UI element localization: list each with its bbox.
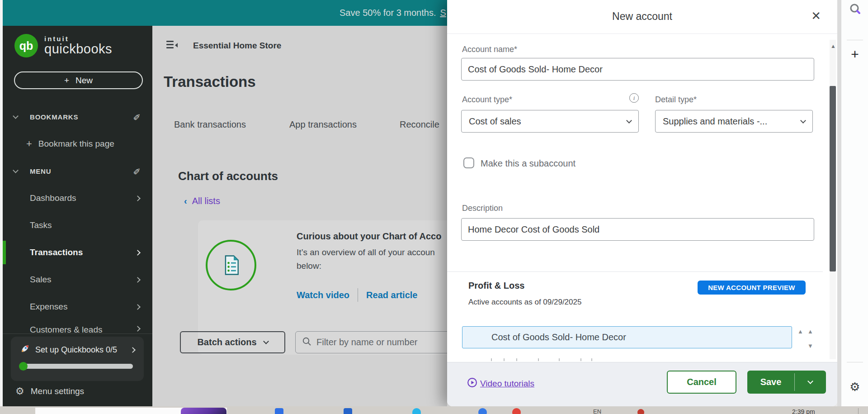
menu-settings[interactable]: ⚙ Menu settings — [15, 385, 84, 397]
chevron-down-icon — [13, 167, 19, 173]
taskbar-app-icon-blue[interactable] — [344, 408, 352, 414]
chevron-right-icon — [135, 195, 141, 201]
account-type-dropdown[interactable]: Cost of sales — [461, 110, 639, 133]
sidebar-item-sales[interactable]: Sales — [3, 271, 152, 289]
taskbar-app-icon-red-circle[interactable] — [512, 408, 521, 414]
link-divider — [358, 288, 358, 302]
subaccount-checkbox[interactable] — [463, 157, 474, 168]
search-icon — [302, 337, 312, 348]
section-title: Chart of accounts — [178, 169, 278, 183]
accounts-list-icon — [206, 240, 256, 290]
batch-actions-button[interactable]: Batch actions — [180, 331, 285, 353]
taskbar-app-icon-blue[interactable] — [275, 408, 283, 414]
setup-progress-bar — [20, 364, 133, 369]
edit-pencil-icon[interactable]: ✎ — [133, 166, 141, 176]
sidebar: qb intuit quickbooks + New BOOKMARKS ✎ +… — [3, 26, 152, 406]
detail-type-label: Detail type* — [655, 95, 697, 105]
page-scroll-gutter — [837, 0, 841, 406]
chevron-right-icon — [135, 277, 141, 283]
active-accounts-subtitle: Active accounts as of 09/29/2025 — [468, 298, 581, 307]
menu-section-header[interactable]: MENU ✎ — [3, 162, 152, 180]
info-icon[interactable]: i — [629, 93, 639, 103]
preview-highlighted-row: Cost of Goods Sold- Home Decor — [462, 326, 792, 348]
brand-quickbooks: quickbooks — [44, 42, 112, 57]
read-article-link[interactable]: Read article — [366, 290, 417, 300]
info-card-title: Curious about your Chart of Acco — [297, 231, 441, 242]
add-icon[interactable]: + — [841, 47, 868, 62]
taskbar-app-icon-purple[interactable] — [181, 408, 226, 414]
chevron-right-icon — [135, 326, 141, 332]
taskbar-app-icon-cyan[interactable] — [412, 408, 421, 414]
bookmarks-section-header[interactable]: BOOKMARKS ✎ — [3, 108, 152, 126]
main-content: Essential Home Store Transactions Bank t… — [152, 26, 447, 406]
collapse-sidebar-icon[interactable] — [166, 41, 177, 49]
preview-partial-row — [462, 355, 792, 361]
search-icon[interactable] — [849, 3, 862, 18]
chevron-right-icon — [130, 347, 136, 353]
tab-app-transactions[interactable]: App transactions — [289, 119, 357, 130]
taskbar-app-icon-blue-circle[interactable] — [478, 408, 487, 414]
all-lists-back-link[interactable]: ‹ All lists — [184, 195, 220, 206]
progress-indicator — [19, 362, 28, 371]
tab-reconcile[interactable]: Reconcile — [400, 119, 439, 130]
screen: Save 50% for 3 months.S qb intuit quickb… — [0, 0, 868, 414]
new-account-preview-badge: NEW ACCOUNT PREVIEW — [698, 281, 806, 295]
account-name-label: Account name* — [462, 45, 517, 54]
filter-input[interactable] — [316, 337, 447, 347]
edit-pencil-icon[interactable]: ✎ — [133, 111, 141, 122]
close-icon[interactable]: ✕ — [811, 9, 821, 23]
account-type-label: Account type* — [462, 95, 512, 105]
scroll-up-arrow-icon[interactable]: ▲ — [797, 328, 803, 335]
chevron-down-icon — [807, 378, 813, 384]
taskbar-language-indicator[interactable]: EN — [593, 408, 601, 414]
taskbar: EN 2:39 pm — [0, 406, 868, 414]
video-tutorials-link[interactable]: Video tutorials — [467, 377, 534, 390]
sidebar-item-transactions[interactable]: Transactions — [3, 243, 152, 262]
plus-icon: + — [64, 76, 69, 86]
taskbar-tray-icon-red[interactable] — [637, 409, 644, 414]
chevron-down-icon — [800, 118, 806, 124]
quickbooks-logo[interactable]: qb intuit quickbooks — [14, 34, 112, 57]
detail-type-dropdown[interactable]: Supplies and materials -... — [655, 110, 813, 133]
save-options-button[interactable] — [795, 371, 826, 394]
scrollbar-up-arrow[interactable]: ▲ — [830, 43, 836, 49]
sidebar-item-customers[interactable]: Customers & leads — [3, 325, 152, 333]
save-split-button: Save — [747, 371, 826, 394]
chevron-left-icon: ‹ — [184, 196, 187, 206]
new-account-drawer: New account ✕ Account name* Account type… — [447, 0, 837, 406]
rail-divider — [847, 362, 863, 362]
qb-logo-icon: qb — [14, 34, 38, 57]
watch-video-link[interactable]: Watch video — [297, 290, 349, 300]
info-card-line1: It’s an overview of all of your accoun — [297, 247, 435, 257]
extension-rail: + ⚙ — [841, 0, 868, 406]
filter-input-wrapper — [295, 331, 447, 353]
setup-quickbooks-card[interactable]: Set up Quickbooks 0/5 — [11, 337, 144, 381]
promo-link-fragment[interactable]: S — [440, 8, 446, 18]
chevron-down-icon — [626, 118, 632, 124]
save-button[interactable]: Save — [747, 371, 794, 394]
company-name[interactable]: Essential Home Store — [193, 41, 281, 51]
taskbar-divider — [858, 408, 859, 414]
scroll-up-arrow-icon[interactable]: ▲ — [807, 328, 813, 335]
cancel-button[interactable]: Cancel — [667, 371, 736, 394]
taskbar-clock[interactable]: 2:39 pm — [792, 408, 815, 414]
settings-gear-icon[interactable]: ⚙ — [841, 380, 868, 394]
scroll-down-arrow-icon[interactable]: ▼ — [807, 343, 813, 349]
promo-banner: Save 50% for 3 months.S — [3, 0, 447, 26]
tab-bank-transactions[interactable]: Bank transactions — [174, 119, 246, 130]
chevron-down-icon — [13, 113, 19, 119]
chevron-right-icon — [135, 304, 141, 310]
rocket-icon — [20, 344, 30, 356]
bookmark-this-page[interactable]: + Bookmark this page — [3, 135, 152, 153]
sidebar-divider — [3, 333, 152, 334]
chevron-right-icon — [135, 250, 141, 256]
account-name-input[interactable] — [461, 58, 814, 81]
sidebar-item-dashboards[interactable]: Dashboards — [3, 189, 152, 207]
drawer-scrollbar-thumb[interactable] — [830, 86, 836, 271]
new-button[interactable]: + New — [14, 71, 143, 89]
sidebar-item-tasks[interactable]: Tasks — [3, 216, 152, 234]
sidebar-item-expenses[interactable]: Expenses — [3, 298, 152, 316]
description-input[interactable] — [461, 218, 814, 241]
drawer-footer: Video tutorials Cancel Save — [447, 362, 837, 406]
gear-icon: ⚙ — [15, 385, 24, 397]
